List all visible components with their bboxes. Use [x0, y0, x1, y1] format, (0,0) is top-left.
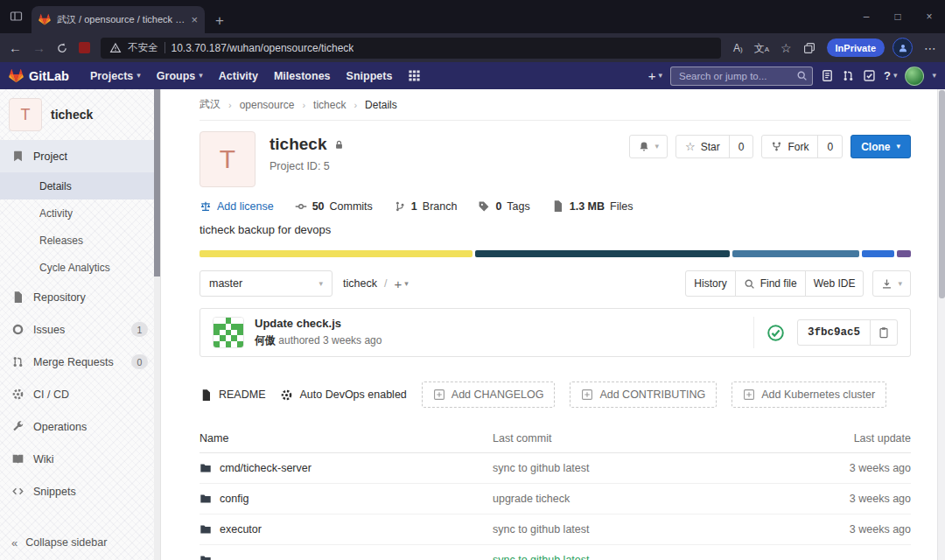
- sidebar-item-activity[interactable]: Activity: [0, 200, 160, 227]
- new-tab-button[interactable]: +: [215, 13, 224, 28]
- button-auto-devops-enabled[interactable]: Auto DevOps enabled: [280, 382, 406, 408]
- clone-button[interactable]: Clone▾: [850, 135, 911, 158]
- search-input[interactable]: [670, 66, 813, 86]
- sidebar-item-snippets[interactable]: Snippets: [0, 475, 160, 508]
- star-button[interactable]: ☆Star: [676, 136, 729, 158]
- user-menu-caret-icon[interactable]: ▾: [932, 72, 936, 80]
- page-scrollbar-thumb[interactable]: [939, 90, 945, 298]
- read-aloud-icon[interactable]: A): [733, 43, 743, 53]
- gitlab-logo[interactable]: GitLab: [9, 69, 69, 83]
- commit-author[interactable]: 何傲: [255, 334, 276, 346]
- page-scrollbar[interactable]: [937, 89, 945, 560]
- notification-dropdown[interactable]: ▾: [629, 135, 668, 158]
- window-maximize-button[interactable]: □: [882, 10, 914, 23]
- nav-link-milestones[interactable]: Milestones: [266, 70, 339, 82]
- stat-tags[interactable]: 0 Tags: [478, 200, 529, 213]
- sidebar-item-project[interactable]: Project: [0, 140, 160, 172]
- button-readme[interactable]: README: [200, 382, 265, 408]
- commit-message-link[interactable]: upgrade ticheck: [493, 493, 797, 505]
- sidebar-item-releases[interactable]: Releases: [0, 227, 160, 254]
- stat-branch[interactable]: 1 Branch: [394, 200, 458, 213]
- nav-link-projects[interactable]: Projects▾: [82, 70, 149, 82]
- pipeline-status-icon[interactable]: [766, 324, 785, 342]
- issues-dashboard-icon[interactable]: [821, 69, 834, 82]
- sidebar-item-cycle-analytics[interactable]: Cycle Analytics: [0, 254, 160, 281]
- fork-count[interactable]: 0: [817, 136, 842, 158]
- favorites-star-icon[interactable]: ☆: [780, 42, 792, 54]
- browser-menu-icon[interactable]: ⋯: [924, 42, 936, 54]
- project-context[interactable]: T ticheck: [0, 89, 160, 140]
- sidebar-item-repository[interactable]: Repository: [0, 281, 160, 313]
- sidebar-item-details[interactable]: Details: [0, 172, 160, 200]
- file-name[interactable]: executor: [200, 523, 493, 536]
- commit-message-link[interactable]: sync to github latest: [493, 462, 797, 474]
- language-segment-blue[interactable]: [862, 250, 893, 257]
- address-bar[interactable]: 不安全 10.3.70.187/wuhan/opensource/ticheck: [101, 38, 721, 59]
- stat-commits[interactable]: 50 Commits: [295, 200, 373, 213]
- language-segment-purple[interactable]: [897, 250, 911, 257]
- nav-link-snippets[interactable]: Snippets: [339, 70, 401, 82]
- forward-button[interactable]: →: [32, 41, 46, 54]
- nav-link-groups[interactable]: Groups▾: [149, 70, 211, 82]
- add-license-link[interactable]: Add license: [200, 200, 274, 213]
- browser-tab[interactable]: 武汉 / opensource / ticheck - GitLab ×: [32, 6, 205, 33]
- breadcrumb-item[interactable]: ticheck: [313, 99, 346, 111]
- browser-profile-avatar[interactable]: [892, 38, 913, 58]
- button-add-kubernetes-cluster[interactable]: Add Kubernetes cluster: [732, 382, 886, 408]
- sidebar-item-ci-cd[interactable]: CI / CD: [0, 378, 160, 410]
- fork-button[interactable]: Fork: [762, 136, 817, 158]
- help-menu[interactable]: ?▾: [884, 69, 897, 82]
- user-avatar[interactable]: [905, 66, 924, 86]
- language-segment-yellow[interactable]: [200, 250, 472, 257]
- history-button[interactable]: History: [685, 270, 735, 297]
- language-segment-dark-teal[interactable]: [475, 250, 730, 257]
- sidebar-scrollbar[interactable]: [154, 89, 160, 560]
- todos-icon[interactable]: [863, 69, 876, 82]
- more-menu-grid-icon[interactable]: [408, 69, 421, 82]
- download-icon: [881, 278, 892, 290]
- file-name[interactable]: [200, 554, 493, 560]
- refresh-button[interactable]: [56, 42, 68, 54]
- language-segment-steel-blue[interactable]: [732, 250, 860, 257]
- new-dropdown[interactable]: +▾: [648, 69, 662, 82]
- copy-sha-button[interactable]: [870, 320, 897, 345]
- window-close-button[interactable]: ×: [914, 10, 945, 23]
- button-label: README: [219, 388, 265, 401]
- file-name[interactable]: config: [200, 493, 493, 505]
- button-add-contributing[interactable]: Add CONTRIBUTING: [570, 382, 717, 408]
- commit-message-link[interactable]: sync to github latest: [493, 523, 797, 536]
- sidebar-scrollbar-thumb[interactable]: [154, 89, 160, 276]
- star-count[interactable]: 0: [729, 136, 753, 158]
- workspaces-icon[interactable]: [10, 10, 23, 23]
- file-name[interactable]: cmd/ticheck-server: [200, 462, 493, 474]
- add-file-dropdown[interactable]: +▾: [394, 277, 408, 290]
- translate-icon[interactable]: 文A: [754, 43, 769, 53]
- url-text[interactable]: 10.3.70.187/wuhan/opensource/ticheck: [172, 42, 354, 54]
- breadcrumb-item[interactable]: Details: [365, 99, 397, 111]
- commit-author-avatar[interactable]: [213, 317, 244, 348]
- web-ide-button[interactable]: Web IDE: [805, 270, 864, 297]
- sidebar-item-merge-requests[interactable]: Merge Requests0: [0, 346, 160, 378]
- path-root[interactable]: ticheck: [343, 277, 377, 290]
- button-add-changelog[interactable]: Add CHANGELOG: [422, 382, 556, 408]
- collections-icon[interactable]: [803, 42, 816, 54]
- tab-close-icon[interactable]: ×: [191, 13, 198, 26]
- sidebar-item-issues[interactable]: Issues1: [0, 313, 160, 346]
- stat-files[interactable]: 1.3 MB Files: [551, 200, 634, 213]
- sidebar-item-wiki[interactable]: Wiki: [0, 443, 160, 475]
- breadcrumb-item[interactable]: 武汉: [200, 97, 220, 112]
- back-button[interactable]: ←: [9, 41, 22, 54]
- branch-name: master: [209, 277, 242, 290]
- extension-icon[interactable]: [79, 42, 90, 53]
- merge-requests-dashboard-icon[interactable]: [842, 69, 855, 82]
- collapse-sidebar-button[interactable]: « Collapse sidebar: [0, 525, 160, 560]
- breadcrumb-item[interactable]: opensource: [240, 99, 295, 111]
- nav-link-activity[interactable]: Activity: [211, 70, 266, 82]
- branch-selector[interactable]: master ▾: [200, 270, 332, 297]
- sidebar-item-operations[interactable]: Operations: [0, 410, 160, 443]
- find-file-button[interactable]: Find file: [735, 270, 806, 297]
- window-minimize-button[interactable]: –: [850, 10, 882, 23]
- commit-message-link[interactable]: sync to github latest: [493, 554, 797, 560]
- download-dropdown[interactable]: ▾: [872, 270, 911, 297]
- commit-title[interactable]: Update check.js: [255, 317, 382, 330]
